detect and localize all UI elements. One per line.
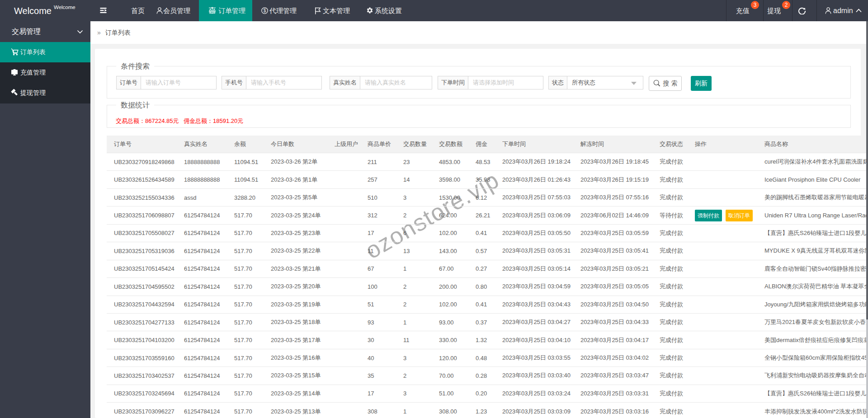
svg-text:$: $	[264, 8, 266, 13]
